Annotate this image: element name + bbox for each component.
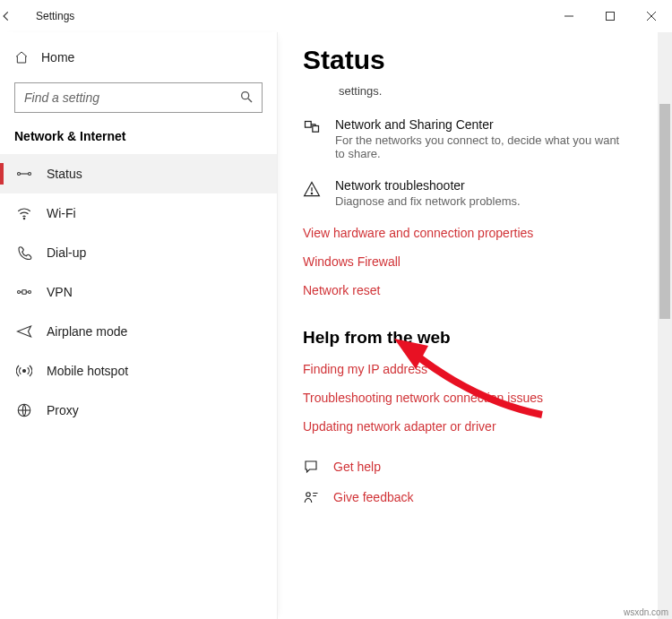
dialup-icon — [16, 245, 47, 261]
svg-point-23 — [311, 193, 312, 193]
link-update-adapter[interactable]: Updating network adapter or driver — [303, 419, 652, 434]
hotspot-icon — [16, 363, 47, 379]
sidebar-item-proxy[interactable]: Proxy — [0, 391, 277, 430]
search-input[interactable] — [14, 82, 263, 113]
window-title: Settings — [36, 10, 74, 22]
sidebar-item-hotspot[interactable]: Mobile hotspot — [0, 351, 277, 391]
scrollbar-thumb[interactable] — [659, 104, 670, 319]
sidebar-item-label: Dial-up — [47, 245, 86, 260]
svg-point-6 — [18, 173, 21, 176]
feedback-label: Give feedback — [333, 490, 414, 504]
sharing-title: Network and Sharing Center — [335, 117, 622, 132]
link-hardware-properties[interactable]: View hardware and connection properties — [303, 226, 652, 240]
maximize-button[interactable] — [590, 2, 631, 30]
chat-icon — [303, 459, 321, 475]
get-help-label: Get help — [333, 460, 381, 474]
wifi-icon — [16, 205, 47, 221]
search-wrap — [14, 82, 263, 113]
settings-tail: settings. — [339, 84, 652, 98]
svg-rect-1 — [607, 12, 615, 20]
svg-point-9 — [23, 218, 25, 219]
home-link[interactable]: Home — [0, 38, 277, 77]
home-icon — [14, 50, 41, 64]
sidebar-item-label: Status — [47, 167, 82, 181]
sidebar-item-airplane[interactable]: Airplane mode — [0, 312, 277, 351]
svg-point-24 — [306, 493, 311, 497]
back-button[interactable] — [0, 10, 36, 22]
home-label: Home — [41, 50, 74, 64]
svg-point-11 — [29, 291, 31, 294]
svg-rect-12 — [22, 290, 27, 295]
sidebar-item-wifi[interactable]: Wi-Fi — [0, 193, 277, 233]
sidebar-item-dialup[interactable]: Dial-up — [0, 233, 277, 272]
svg-rect-19 — [313, 126, 319, 133]
link-network-reset[interactable]: Network reset — [303, 283, 652, 297]
svg-line-5 — [248, 99, 252, 102]
sharing-center-block[interactable]: Network and Sharing Center For the netwo… — [303, 117, 652, 160]
svg-rect-18 — [306, 122, 312, 128]
sidebar-item-label: VPN — [47, 285, 73, 299]
feedback-row[interactable]: Give feedback — [303, 489, 652, 505]
get-help-row[interactable]: Get help — [303, 459, 652, 475]
status-icon — [16, 166, 47, 182]
sharing-desc: For the networks you connect to, decide … — [335, 133, 622, 160]
vpn-icon — [16, 284, 47, 300]
sidebar-item-vpn[interactable]: VPN — [0, 272, 277, 312]
svg-point-4 — [242, 92, 249, 99]
category-header: Network & Internet — [0, 129, 277, 143]
trouble-title: Network troubleshooter — [335, 178, 521, 193]
close-button[interactable] — [631, 2, 672, 30]
content: Status settings. Network and Sharing Cen… — [278, 32, 672, 619]
sidebar-item-label: Proxy — [47, 403, 79, 417]
proxy-icon — [16, 402, 47, 418]
sidebar: Home Network & Internet Status Wi-Fi D — [0, 32, 278, 619]
link-troubleshoot-conn[interactable]: Troubleshooting network connection issue… — [303, 391, 652, 405]
minimize-button[interactable] — [548, 2, 590, 30]
window-controls — [548, 2, 672, 30]
search-icon — [239, 90, 254, 104]
link-find-ip[interactable]: Finding my IP address — [303, 362, 652, 376]
sharing-icon — [303, 117, 323, 160]
svg-point-7 — [29, 173, 31, 176]
page-title: Status — [303, 45, 652, 75]
link-windows-firewall[interactable]: Windows Firewall — [303, 254, 652, 269]
sidebar-item-status[interactable]: Status — [0, 154, 277, 193]
svg-point-15 — [23, 370, 26, 373]
troubleshooter-block[interactable]: Network troubleshooter Diagnose and fix … — [303, 178, 652, 208]
webhelp-heading: Help from the web — [303, 328, 652, 348]
trouble-desc: Diagnose and fix network problems. — [335, 194, 521, 208]
feedback-icon — [303, 489, 321, 505]
sidebar-item-label: Airplane mode — [47, 324, 127, 339]
warning-icon — [303, 178, 323, 208]
airplane-icon — [16, 323, 47, 340]
watermark: wsxdn.com — [624, 607, 668, 617]
sidebar-item-label: Mobile hotspot — [47, 364, 128, 378]
scrollbar[interactable] — [658, 32, 672, 619]
main: Home Network & Internet Status Wi-Fi D — [0, 32, 672, 619]
svg-point-10 — [18, 291, 21, 294]
sidebar-item-label: Wi-Fi — [47, 206, 76, 220]
titlebar: Settings — [0, 0, 672, 32]
